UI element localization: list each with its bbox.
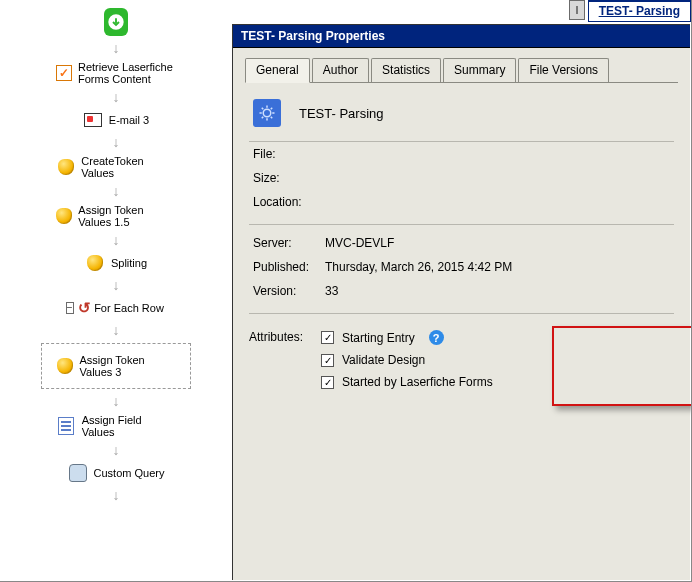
arrow-icon: ↓ [113, 488, 120, 502]
panel-title: TEST- Parsing Properties [233, 25, 690, 48]
arrow-icon: ↓ [113, 90, 120, 104]
node-custom-query[interactable]: Custom Query [68, 463, 165, 483]
label-size: Size: [253, 171, 325, 185]
attr-label: Starting Entry [342, 331, 415, 345]
arrow-icon: ↓ [113, 41, 120, 55]
start-node[interactable] [104, 10, 128, 36]
node-spliting[interactable]: Spliting [85, 253, 147, 273]
tab-summary[interactable]: Summary [443, 58, 516, 82]
value-server: MVC-DEVLF [325, 236, 394, 250]
node-create-token[interactable]: CreateToken Values [56, 155, 176, 179]
database-icon [69, 464, 87, 482]
node-assign-token-15[interactable]: Assign Token Values 1.5 [56, 204, 176, 228]
label-version: Version: [253, 284, 325, 298]
arrow-icon: ↓ [113, 135, 120, 149]
arrow-icon: ↓ [113, 323, 120, 337]
node-label: Retrieve Laserfiche Forms Content [78, 61, 176, 85]
label-attributes: Attributes: [249, 330, 321, 389]
arrow-icon: ↓ [113, 233, 120, 247]
arrow-icon: ↓ [113, 443, 120, 457]
node-label: Assign Token Values 1.5 [78, 204, 176, 228]
arrow-icon: ↓ [113, 394, 120, 408]
checkbox-starting-entry[interactable]: ✓ [321, 331, 334, 344]
svg-point-1 [263, 109, 271, 117]
check-icon: ✓ [56, 65, 72, 81]
label-published: Published: [253, 260, 325, 274]
arrow-icon: ↓ [113, 278, 120, 292]
value-version: 33 [325, 284, 338, 298]
node-label: CreateToken Values [81, 155, 176, 179]
doc-title: TEST- Parsing [299, 106, 384, 121]
token-icon [58, 159, 74, 175]
download-icon [104, 8, 128, 36]
node-label: Spliting [111, 257, 147, 269]
tab-grip-icon[interactable] [569, 0, 585, 20]
tab-general[interactable]: General [245, 58, 310, 83]
loop-icon: ↺ [78, 300, 91, 316]
mail-icon [84, 113, 102, 127]
tab-author[interactable]: Author [312, 58, 369, 82]
tab-statistics[interactable]: Statistics [371, 58, 441, 82]
properties-panel: TEST- Parsing Properties General Author … [232, 24, 690, 580]
document-tabs: TEST- Parsing [569, 0, 691, 22]
loop-body: Assign Token Values 3 [41, 343, 191, 389]
node-label: Custom Query [94, 467, 165, 479]
properties-tabs: General Author Statistics Summary File V… [245, 58, 678, 82]
node-label: E-mail 3 [109, 114, 149, 126]
label-file: File: [253, 147, 325, 161]
tab-file-versions[interactable]: File Versions [518, 58, 609, 82]
workflow-icon [253, 99, 281, 127]
tab-test-parsing[interactable]: TEST- Parsing [588, 0, 691, 22]
node-for-each-row[interactable]: − ↺ For Each Row [68, 298, 164, 318]
tab-content-general: TEST- Parsing File: Size: Location: Serv… [245, 82, 678, 393]
node-assign-token-3[interactable]: Assign Token Values 3 [56, 354, 176, 378]
label-server: Server: [253, 236, 325, 250]
value-published: Thursday, March 26, 2015 4:42 PM [325, 260, 512, 274]
token-icon [87, 255, 103, 271]
node-retrieve-forms[interactable]: ✓ Retrieve Laserfiche Forms Content [56, 61, 176, 85]
document-icon [58, 417, 74, 435]
token-icon [56, 208, 72, 224]
workflow-canvas[interactable]: ↓ ✓ Retrieve Laserfiche Forms Content ↓ … [0, 0, 232, 582]
label-location: Location: [253, 195, 325, 209]
node-label: Assign Token Values 3 [80, 354, 177, 378]
node-email[interactable]: E-mail 3 [83, 110, 149, 130]
arrow-icon: ↓ [113, 184, 120, 198]
node-assign-field[interactable]: Assign Field Values [56, 414, 176, 438]
attr-label: Validate Design [342, 353, 425, 367]
token-icon [57, 358, 73, 374]
collapse-icon[interactable]: − [66, 302, 74, 314]
attr-label: Started by Laserfiche Forms [342, 375, 493, 389]
help-icon[interactable]: ? [429, 330, 444, 345]
checkbox-validate-design[interactable]: ✓ [321, 354, 334, 367]
node-label: Assign Field Values [82, 414, 176, 438]
checkbox-started-by-forms[interactable]: ✓ [321, 376, 334, 389]
node-label: For Each Row [94, 302, 164, 314]
